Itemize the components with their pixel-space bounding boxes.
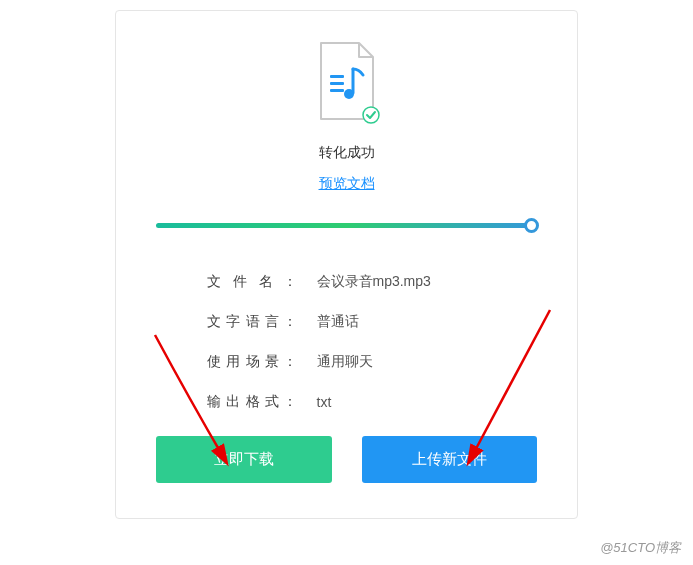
svg-rect-0 — [330, 75, 344, 78]
filename-label: 文件名 — [207, 273, 297, 291]
top-section: 转化成功 预览文档 — [156, 41, 537, 193]
file-info-section: 文件名 会议录音mp3.mp3 文字语言 普通话 使用场景 通用聊天 输出格式 … — [207, 273, 487, 411]
svg-point-3 — [344, 89, 354, 99]
filename-value: 会议录音mp3.mp3 — [317, 273, 431, 291]
progress-bar — [156, 223, 537, 233]
output-value: txt — [317, 394, 332, 410]
info-row-filename: 文件名 会议录音mp3.mp3 — [207, 273, 487, 291]
info-row-scene: 使用场景 通用聊天 — [207, 353, 487, 371]
language-value: 普通话 — [317, 313, 359, 331]
download-button[interactable]: 立即下载 — [156, 436, 332, 483]
svg-point-4 — [363, 107, 379, 123]
info-row-language: 文字语言 普通话 — [207, 313, 487, 331]
conversion-result-card: 转化成功 预览文档 文件名 会议录音mp3.mp3 文字语言 普通话 使用场景 … — [115, 10, 578, 519]
svg-rect-2 — [330, 89, 344, 92]
file-music-icon — [313, 41, 381, 129]
info-row-output: 输出格式 txt — [207, 393, 487, 411]
language-label: 文字语言 — [207, 313, 297, 331]
action-buttons: 立即下载 上传新文件 — [156, 436, 537, 483]
progress-track — [156, 223, 537, 228]
scene-value: 通用聊天 — [317, 353, 373, 371]
svg-rect-1 — [330, 82, 344, 85]
preview-document-link[interactable]: 预览文档 — [319, 175, 375, 191]
scene-label: 使用场景 — [207, 353, 297, 371]
output-label: 输出格式 — [207, 393, 297, 411]
watermark-text: @51CTO博客 — [600, 539, 681, 557]
progress-knob — [524, 218, 539, 233]
upload-new-button[interactable]: 上传新文件 — [362, 436, 538, 483]
conversion-status-text: 转化成功 — [156, 144, 537, 162]
